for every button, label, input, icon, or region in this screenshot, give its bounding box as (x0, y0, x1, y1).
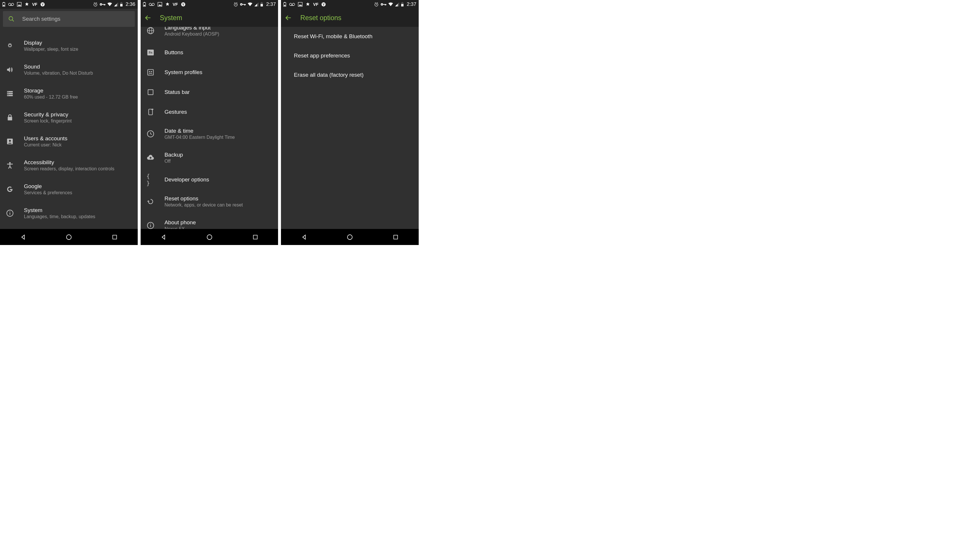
system-item-about[interactable]: About phone Nexus 5X (141, 213, 278, 229)
svg-rect-74 (148, 69, 153, 75)
svg-point-25 (9, 17, 13, 21)
svg-line-103 (377, 3, 378, 3)
svg-rect-107 (385, 4, 385, 6)
svg-text:V: V (323, 3, 325, 6)
reset-options-list[interactable]: Reset Wi-Fi, mobile & Bluetooth Reset ap… (281, 27, 418, 229)
settings-item-google[interactable]: Google Services & preferences (0, 177, 138, 201)
svg-rect-40 (9, 213, 10, 215)
svg-point-32 (8, 91, 8, 92)
item-title: Reset options (164, 196, 243, 202)
svg-point-75 (149, 71, 150, 73)
system-item-backup[interactable]: Backup Off (141, 146, 278, 170)
info-icon (6, 209, 14, 217)
app-header: System (141, 9, 278, 27)
svg-line-58 (237, 3, 237, 3)
svg-rect-23 (121, 2, 122, 3)
restore-icon (147, 197, 155, 206)
settings-item-display[interactable]: Display Wallpaper, sleep, font size (0, 34, 138, 58)
status-right-icons: 2:37 (234, 2, 276, 7)
settings-body: Display Wallpaper, sleep, font size Soun… (0, 9, 138, 229)
volume-icon (6, 66, 14, 74)
item-title: Developer options (164, 177, 209, 183)
item-title: System profiles (164, 69, 202, 76)
nav-home-button[interactable] (195, 234, 224, 240)
search-settings-input[interactable] (22, 16, 129, 22)
item-subtitle: Nexus 5X (164, 226, 196, 229)
system-item-reset[interactable]: Reset options Network, apps, or device c… (141, 189, 278, 213)
item-title: Users & accounts (24, 135, 67, 142)
svg-line-102 (375, 3, 376, 3)
system-item-buttons[interactable]: Fn Buttons (141, 43, 278, 62)
svg-rect-45 (144, 2, 145, 3)
reset-item-app-prefs[interactable]: Reset app preferences (281, 46, 418, 65)
svg-rect-115 (394, 235, 398, 239)
voicemail-icon (289, 3, 295, 6)
reset-item-factory[interactable]: Erase all data (factory reset) (281, 65, 418, 85)
search-icon (8, 16, 14, 22)
circle-v-icon: V (321, 2, 326, 7)
nav-recent-button[interactable] (100, 234, 129, 240)
item-title: Backup (164, 151, 183, 158)
back-button[interactable] (284, 14, 292, 22)
svg-rect-18 (104, 4, 104, 6)
svg-rect-19 (105, 4, 105, 5)
svg-point-42 (66, 235, 71, 240)
settings-item-users[interactable]: Users & accounts Current user: Nick (0, 129, 138, 153)
image-icon (17, 2, 22, 7)
page-title: System (160, 14, 182, 22)
item-title: System (24, 207, 95, 213)
settings-item-sound[interactable]: Sound Volume, vibration, Do Not Disturb (0, 58, 138, 82)
reset-item-network[interactable]: Reset Wi-Fi, mobile & Bluetooth (281, 27, 418, 46)
signal-icon (395, 2, 399, 6)
fn-key-icon: Fn (147, 49, 155, 57)
item-title: Reset app preferences (294, 52, 350, 59)
item-title: Gestures (164, 109, 187, 115)
status-left-icons: VF V (2, 2, 45, 7)
svg-text:V: V (42, 3, 44, 6)
settings-item-accessibility[interactable]: Accessibility Screen readers, display, i… (0, 153, 138, 177)
settings-item-security[interactable]: Security & privacy Screen lock, fingerpr… (0, 106, 138, 129)
system-item-developer[interactable]: { } Developer options (141, 170, 278, 189)
svg-rect-91 (284, 5, 286, 6)
item-title: Accessibility (24, 159, 114, 166)
item-subtitle: Current user: Nick (24, 142, 67, 148)
item-title: Erase all data (factory reset) (294, 72, 363, 78)
system-item-languages[interactable]: Languages & input Android Keyboard (AOSP… (141, 27, 278, 43)
back-button[interactable] (144, 14, 152, 22)
accessibility-icon (6, 161, 14, 169)
nav-back-button[interactable] (8, 234, 38, 240)
nav-recent-button[interactable] (241, 234, 270, 240)
profiles-icon (147, 68, 155, 76)
voicemail-icon (8, 3, 14, 6)
svg-rect-77 (148, 90, 153, 95)
svg-point-105 (381, 4, 382, 5)
system-item-gestures[interactable]: Gestures (141, 102, 278, 122)
search-settings-card[interactable] (3, 11, 135, 27)
system-item-profiles[interactable]: System profiles (141, 62, 278, 82)
system-settings-list[interactable]: Languages & input Android Keyboard (AOSP… (141, 27, 278, 229)
settings-item-storage[interactable]: Storage 60% used - 12.72 GB free (0, 82, 138, 106)
leaf-icon (165, 2, 170, 7)
vpn-key-icon (99, 3, 105, 6)
battery-indicator-icon (283, 2, 286, 7)
svg-rect-106 (383, 4, 386, 5)
app-v-icon: VF (173, 2, 178, 7)
item-title: Buttons (164, 49, 183, 56)
svg-point-76 (151, 71, 152, 73)
svg-point-3 (8, 3, 11, 6)
nav-back-button[interactable] (149, 234, 178, 240)
settings-root-list[interactable]: Display Wallpaper, sleep, font size Soun… (0, 28, 138, 229)
app-v-icon: VF (313, 2, 318, 7)
nav-back-button[interactable] (289, 234, 319, 240)
alarm-icon (234, 2, 238, 7)
svg-point-27 (9, 45, 11, 47)
item-subtitle: Screen readers, display, interaction con… (24, 166, 114, 172)
system-item-datetime[interactable]: Date & time GMT-04:00 Eastern Daylight T… (141, 122, 278, 146)
nav-home-button[interactable] (335, 234, 365, 240)
svg-marker-65 (254, 4, 257, 6)
settings-item-system[interactable]: System Languages, time, backup, updates (0, 201, 138, 225)
system-item-statusbar[interactable]: Status bar (141, 82, 278, 102)
nav-home-button[interactable] (54, 234, 84, 240)
item-title: Display (24, 39, 78, 46)
nav-recent-button[interactable] (381, 234, 410, 240)
